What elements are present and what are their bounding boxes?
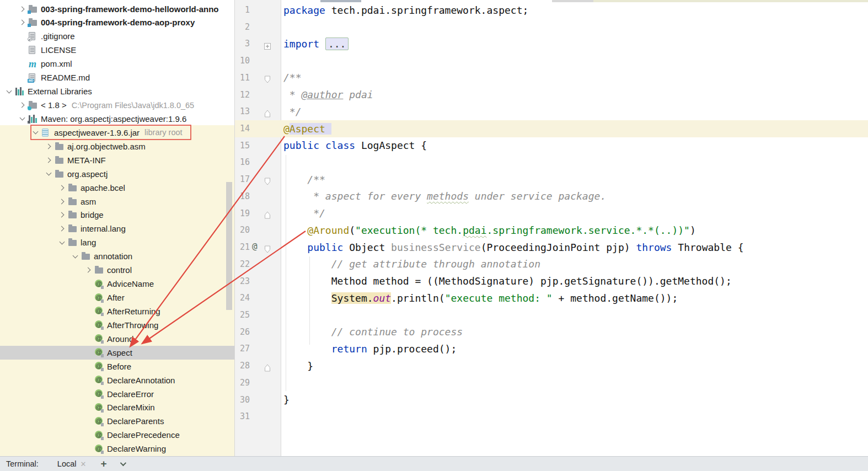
line-number[interactable]: 18 [235, 191, 250, 201]
line-number[interactable]: 2 [235, 22, 250, 32]
line-number[interactable]: 27 [235, 344, 250, 354]
tree-item--gitignore[interactable]: .gitignore [0, 29, 234, 43]
code-line-16[interactable]: 16 [235, 154, 868, 171]
line-number[interactable]: 15 [235, 141, 250, 151]
tree-chevron-collapsed[interactable] [55, 186, 68, 190]
tree-scrollbar-thumb[interactable] [226, 182, 232, 310]
line-number[interactable]: 28 [235, 361, 250, 371]
tree-item-internal-lang[interactable]: internal.lang [0, 222, 234, 235]
tree-chevron-collapsed[interactable] [82, 268, 95, 272]
tree-item-around[interactable]: @Around [0, 332, 234, 346]
line-number[interactable]: 3 [235, 39, 250, 49]
tree-chevron-collapsed[interactable] [15, 20, 29, 24]
terminal-tab-close-icon[interactable]: ✕ [81, 460, 87, 468]
tree-item-readme-md[interactable]: MDREADME.md [0, 71, 234, 84]
tree-item-org-aspectj[interactable]: org.aspectj [0, 167, 234, 181]
tree-item-before[interactable]: @Before [0, 360, 234, 373]
tree-item-apache-bcel[interactable]: apache.bcel [0, 181, 234, 195]
fold-start-icon[interactable] [264, 244, 271, 255]
fold-end-icon[interactable] [264, 210, 271, 221]
code-line-13[interactable]: 13 */ [235, 103, 868, 120]
tree-item-declareparents[interactable]: @DeclareParents [0, 414, 234, 428]
line-number[interactable]: 24 [235, 293, 250, 303]
code-line-23[interactable]: 23 Method method = ((MethodSignature) pj… [235, 272, 868, 290]
tree-chevron-expanded[interactable] [29, 131, 42, 133]
line-number[interactable]: 17 [235, 174, 250, 184]
code-line-25[interactable]: 25 [235, 306, 868, 323]
code-line-29[interactable]: 29 [235, 374, 868, 391]
code-line-21[interactable]: 21@ public Object businessService(Procee… [235, 239, 868, 256]
tree-chevron-collapsed[interactable] [55, 213, 68, 217]
tree-item--1-8-[interactable]: < 1.8 >C:\Program Files\Java\jdk1.8.0_65 [0, 98, 234, 112]
tree-item-004-spring-framework-demo-aop-proxy[interactable]: 004-spring-framework-demo-aop-proxy [0, 15, 234, 29]
line-number[interactable]: 13 [235, 106, 250, 116]
code-line-19[interactable]: 19 */ [235, 205, 868, 222]
line-number[interactable]: 25 [235, 310, 250, 320]
code-line-11[interactable]: 11/** [235, 69, 868, 86]
line-number[interactable]: 16 [235, 157, 250, 167]
tree-chevron-collapsed[interactable] [42, 158, 55, 162]
code-line-3[interactable]: 3import ... [235, 35, 868, 52]
line-number[interactable]: 22 [235, 259, 250, 269]
line-number[interactable]: 23 [235, 276, 250, 286]
gutter-annotation-icon[interactable]: @ [252, 241, 258, 251]
code-line-18[interactable]: 18 * aspect for every methods under serv… [235, 188, 868, 205]
line-number[interactable]: 19 [235, 208, 250, 218]
fold-end-icon[interactable] [264, 108, 271, 120]
tree-chevron-expanded[interactable] [2, 90, 15, 93]
line-number[interactable]: 21 [235, 242, 250, 252]
tree-item-declareprecedence[interactable]: @DeclarePrecedence [0, 428, 234, 442]
tree-chevron-collapsed[interactable] [15, 103, 29, 107]
new-terminal-session-button[interactable]: + [100, 459, 106, 469]
terminal-tab-local[interactable]: Local ✕ [57, 459, 87, 468]
fold-start-icon[interactable] [264, 74, 271, 85]
tree-item-declareerror[interactable]: @DeclareError [0, 387, 234, 401]
tree-item-pom-xml[interactable]: mpom.xml [0, 57, 234, 71]
tree-item-after[interactable]: @After [0, 291, 234, 304]
tree-chevron-expanded[interactable] [68, 255, 82, 258]
code-line-26[interactable]: 26 // continue to process [235, 323, 868, 340]
code-line-22[interactable]: 22 // get attribute through annotation [235, 255, 868, 272]
code-line-2[interactable]: 2 [235, 18, 868, 35]
tree-item-aspectjweaver-1-9-6-jar[interactable]: aspectjweaver-1.9.6.jarlibrary root [0, 126, 234, 140]
tree-item-bridge[interactable]: bridge [0, 208, 234, 222]
tree-chevron-collapsed[interactable] [42, 144, 55, 148]
tree-item-maven-org-aspectj-aspectjweaver-1-9-6[interactable]: Maven: org.aspectj:aspectjweaver:1.9.6 [0, 112, 234, 126]
line-number[interactable]: 1 [235, 5, 250, 15]
code-line-10[interactable]: 10 [235, 52, 868, 69]
tree-chevron-collapsed[interactable] [55, 200, 68, 204]
tree-item-declareannotation[interactable]: @DeclareAnnotation [0, 373, 234, 387]
line-number[interactable]: 29 [235, 378, 250, 388]
tree-chevron-expanded[interactable] [55, 242, 68, 244]
code-line-20[interactable]: 20 @Around("execution(* tech.pdai.spring… [235, 222, 868, 239]
code-line-31[interactable]: 31 [235, 408, 868, 425]
line-number[interactable]: 12 [235, 90, 250, 100]
code-line-14[interactable]: 14@Aspect [235, 120, 868, 137]
code-line-1[interactable]: 1package tech.pdai.springframework.aspec… [235, 2, 868, 19]
line-number[interactable]: 31 [235, 411, 250, 421]
fold-start-icon[interactable] [264, 176, 271, 188]
tree-item-lang[interactable]: lang [0, 235, 234, 249]
tree-item-afterreturning[interactable]: @AfterReturning [0, 304, 234, 318]
tree-item-license[interactable]: LICENSE [0, 43, 234, 57]
tree-item-advicename[interactable]: @AdviceName [0, 277, 234, 291]
code-line-30[interactable]: 30} [235, 391, 868, 408]
tree-item-afterthrowing[interactable]: @AfterThrowing [0, 318, 234, 332]
tree-chevron-collapsed[interactable] [15, 7, 29, 11]
tree-chevron-expanded[interactable] [15, 117, 29, 120]
line-number[interactable]: 26 [235, 327, 250, 337]
tree-item-declarewarning[interactable]: @DeclareWarning [0, 442, 234, 456]
code-line-28[interactable]: 28 } [235, 357, 868, 374]
code-line-17[interactable]: 17 /** [235, 171, 868, 188]
fold-end-icon[interactable] [264, 362, 271, 374]
tree-chevron-collapsed[interactable] [55, 227, 68, 231]
unfold-imports-icon[interactable] [264, 40, 271, 52]
terminal-options-chevron-icon[interactable] [120, 460, 126, 466]
code-line-27[interactable]: 27 return pjp.proceed(); [235, 340, 868, 357]
tree-item-meta-inf[interactable]: META-INF [0, 153, 234, 167]
line-number[interactable]: 10 [235, 56, 250, 66]
code-line-24[interactable]: 24 System.out.println("execute method: "… [235, 290, 868, 307]
line-number[interactable]: 20 [235, 225, 250, 235]
tree-item-annotation[interactable]: annotation [0, 249, 234, 263]
tree-item-declaremixin[interactable]: @DeclareMixin [0, 400, 234, 414]
